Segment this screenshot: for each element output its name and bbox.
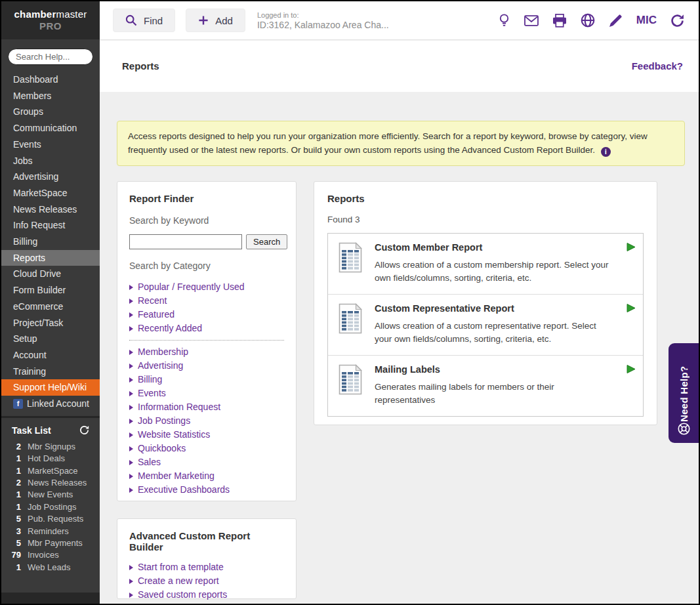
arrow-right-icon — [129, 285, 133, 290]
run-report-icon[interactable] — [627, 364, 636, 374]
task-row[interactable]: 1 New Events — [1, 489, 100, 501]
report-title[interactable]: Custom Representative Report — [375, 303, 611, 314]
category-link[interactable]: Popular / Frequently Used — [129, 280, 284, 294]
globe-icon[interactable] — [581, 13, 595, 28]
task-row[interactable]: 1 MarketSpace — [1, 465, 100, 477]
task-list-title: Task List — [12, 425, 51, 436]
sidebar-item[interactable]: Reports — [1, 250, 100, 266]
sidebar-item[interactable]: Setup — [1, 331, 100, 347]
sidebar-item[interactable]: eCommerce — [1, 299, 100, 315]
report-description: Allows creation of a custom membership r… — [375, 259, 611, 284]
need-help-tab[interactable]: Need Help? — [669, 343, 699, 443]
category-link[interactable]: Featured — [129, 308, 284, 322]
category-link[interactable]: Website Statistics — [129, 428, 284, 442]
task-row[interactable]: 1 Job Postings — [1, 501, 100, 513]
quick-links: Popular / Frequently Used Recent Feature… — [129, 280, 284, 335]
category-link[interactable]: Events — [129, 386, 284, 400]
run-report-icon[interactable] — [627, 242, 636, 252]
task-row[interactable]: 79 Invoices — [1, 549, 100, 561]
sidebar-item[interactable]: Training — [1, 364, 100, 380]
task-row[interactable]: 5 Mbr Payments — [1, 537, 100, 549]
category-link[interactable]: Billing — [129, 373, 284, 386]
sidebar-item[interactable]: Linked Account — [1, 396, 100, 412]
search-icon — [125, 14, 137, 26]
report-document-icon — [337, 364, 363, 406]
category-link[interactable]: Executive Dashboards — [129, 483, 284, 497]
search-help-input[interactable] — [8, 49, 93, 65]
sidebar-item[interactable]: Communication — [1, 120, 100, 136]
logged-in-value: ID:3162, Kalamazoo Area Cha... — [257, 20, 389, 30]
need-help-label: Need Help? — [678, 343, 690, 422]
life-buoy-icon — [677, 422, 691, 436]
category-link[interactable]: Job Postings — [129, 414, 284, 428]
report-info: Mailing Labels Generates mailing labels … — [375, 364, 611, 406]
lightbulb-icon[interactable] — [498, 13, 510, 28]
sidebar-item[interactable]: Billing — [1, 234, 100, 250]
info-icon[interactable] — [601, 147, 611, 157]
sidebar-item[interactable]: Support Help/Wiki — [1, 379, 100, 396]
category-link[interactable]: Quickbooks — [129, 442, 284, 455]
category-link[interactable]: Recent — [129, 294, 284, 308]
sidebar-item[interactable]: Dashboard — [1, 72, 100, 88]
app-window: chambermaster PRO Dashboard Members Grou… — [0, 0, 700, 605]
sidebar-item[interactable]: Members — [1, 88, 100, 104]
category-link[interactable]: Recently Added — [129, 322, 284, 335]
pencil-icon[interactable] — [609, 14, 623, 28]
sidebar-item[interactable]: Cloud Drive — [1, 266, 100, 282]
search-by-category-label: Search by Category — [129, 261, 284, 271]
category-link[interactable]: Member Marketing — [129, 469, 284, 483]
add-button[interactable]: Add — [186, 9, 245, 32]
page-header: Reports Feedback? — [100, 41, 699, 92]
logged-in-label: Logged in to: — [257, 11, 389, 19]
envelope-icon[interactable] — [524, 15, 539, 26]
category-link[interactable]: Information Request — [129, 400, 284, 414]
arrow-right-icon — [129, 326, 133, 331]
sidebar-item[interactable]: Form Builder — [1, 282, 100, 299]
keyword-search-row: Search — [129, 234, 284, 249]
task-row[interactable]: 1 Hot Deals — [1, 453, 100, 465]
sidebar-item[interactable]: Advertising — [1, 169, 100, 185]
category-link[interactable]: Sales — [129, 455, 284, 469]
category-link[interactable]: Advertising — [129, 359, 284, 373]
sidebar-item[interactable]: MarketSpace — [1, 185, 100, 201]
category-links: Membership Advertising Billing — [129, 345, 284, 497]
refresh-icon[interactable] — [670, 14, 684, 28]
feedback-link[interactable]: Feedback? — [632, 60, 683, 72]
sidebar-item[interactable]: News Releases — [1, 201, 100, 218]
category-link[interactable]: Membership — [129, 345, 284, 359]
search-by-keyword-label: Search by Keyword — [129, 215, 284, 226]
report-title[interactable]: Mailing Labels — [375, 364, 611, 375]
mic-button[interactable]: MIC — [636, 14, 657, 27]
task-refresh-icon[interactable] — [79, 425, 89, 435]
notice-text: Access reports designed to help you run … — [128, 131, 648, 155]
report-description: Generates mailing labels for members or … — [375, 381, 611, 406]
sidebar-item[interactable]: Project/Task — [1, 315, 100, 331]
sidebar-item[interactable]: Account — [1, 347, 100, 364]
content-area: Access reports designed to help you run … — [100, 92, 699, 604]
task-row[interactable]: 5 Pub. Requests — [1, 513, 100, 525]
keyword-input[interactable] — [129, 234, 242, 249]
page-title: Reports — [122, 60, 159, 72]
task-row[interactable]: 2 News Releases — [1, 477, 100, 489]
report-document-icon — [337, 242, 363, 284]
printer-icon[interactable] — [552, 14, 567, 28]
task-row[interactable]: 2 Mbr Signups — [1, 441, 100, 453]
task-row[interactable]: 1 Web Leads — [1, 562, 100, 574]
sidebar-item[interactable]: Events — [1, 136, 100, 153]
find-button[interactable]: Find — [113, 9, 175, 32]
builder-link[interactable]: Saved custom reports — [129, 588, 284, 602]
builder-link[interactable]: Start from a template — [129, 560, 284, 574]
search-button[interactable]: Search — [246, 234, 287, 249]
toolbar-icons: MIC — [498, 13, 699, 28]
report-description: Allows creation of a custom representati… — [375, 320, 611, 345]
top-toolbar: Find Add Logged in to: ID:3162, Kalamazo… — [100, 1, 699, 40]
sidebar-item[interactable]: Groups — [1, 104, 100, 120]
sidebar-item[interactable]: Info Request — [1, 217, 100, 234]
builder-link[interactable]: Create a new report — [129, 574, 284, 588]
sidebar-item[interactable]: Jobs — [1, 153, 100, 169]
report-title[interactable]: Custom Member Report — [375, 242, 611, 253]
task-list-header: Task List — [1, 418, 100, 441]
run-report-icon[interactable] — [627, 303, 636, 313]
task-row[interactable]: 3 Reminders — [1, 526, 100, 537]
reports-panel: Reports Found 3 — [314, 181, 657, 425]
